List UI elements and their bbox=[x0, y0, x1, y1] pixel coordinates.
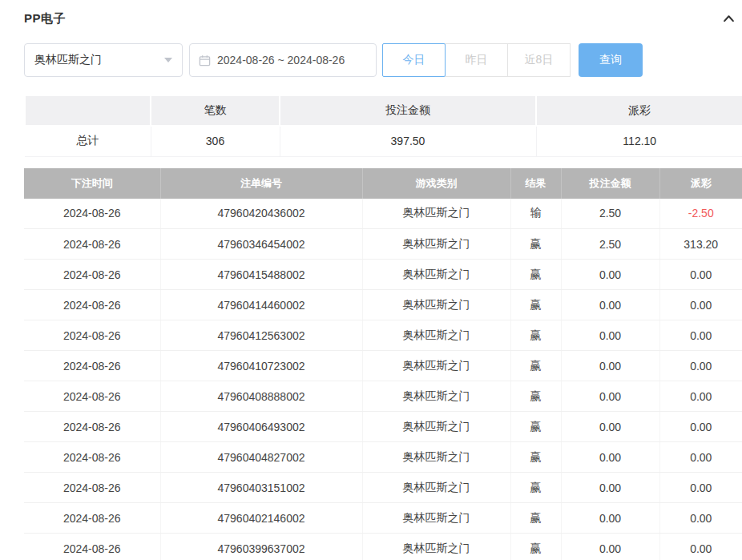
yesterday-button[interactable]: 昨日 bbox=[445, 43, 508, 77]
col-header-game-category: 游戏类别 bbox=[362, 168, 510, 199]
bet-time: 2024-08-26 bbox=[24, 320, 160, 351]
result: 赢 bbox=[510, 534, 561, 560]
bet-id: 47960408888002 bbox=[160, 381, 362, 412]
bet-id: 47960346454002 bbox=[160, 229, 362, 260]
game-name: 奥林匹斯之门 bbox=[362, 534, 510, 560]
last-8-days-button[interactable]: 近8日 bbox=[507, 43, 571, 77]
bet-amount: 0.00 bbox=[561, 381, 659, 412]
query-button[interactable]: 查询 bbox=[579, 43, 643, 77]
payout: 0.00 bbox=[659, 320, 742, 351]
summary-header-count: 笔数 bbox=[151, 95, 280, 126]
bet-table: 下注时间 注单编号 游戏类别 结果 投注金额 派彩 2024-08-264796… bbox=[24, 168, 742, 560]
panel-title: PP电子 bbox=[24, 11, 66, 26]
table-row: 2024-08-2647960415488002奥林匹斯之门赢0.000.00 bbox=[24, 260, 742, 290]
table-row: 2024-08-2647960346454002奥林匹斯之门赢2.50313.2… bbox=[24, 229, 742, 260]
bet-id: 47960402146002 bbox=[160, 503, 362, 534]
bet-amount: 0.00 bbox=[561, 473, 659, 503]
game-name: 奥林匹斯之门 bbox=[362, 260, 510, 290]
pp-dianzi-panel: PP电子 奥林匹斯之门 bbox=[0, 0, 742, 560]
game-name: 奥林匹斯之门 bbox=[362, 473, 510, 503]
bet-table-body: 2024-08-2647960420436002奥林匹斯之门输2.50-2.50… bbox=[24, 199, 742, 560]
table-row: 2024-08-2647960404827002奥林匹斯之门赢0.000.00 bbox=[24, 442, 742, 473]
payout: 0.00 bbox=[659, 290, 742, 320]
bet-amount: 2.50 bbox=[561, 229, 659, 260]
bet-id: 47960414460002 bbox=[160, 290, 362, 320]
caret-down-icon bbox=[164, 58, 172, 62]
bet-amount: 0.00 bbox=[561, 412, 659, 442]
result: 赢 bbox=[510, 351, 561, 381]
bet-amount: 0.00 bbox=[561, 503, 659, 534]
game-name: 奥林匹斯之门 bbox=[362, 199, 510, 229]
date-range-value: 2024-08-26 ~ 2024-08-26 bbox=[217, 54, 345, 66]
col-header-result: 结果 bbox=[510, 168, 561, 199]
result: 输 bbox=[510, 199, 561, 229]
col-header-payout: 派彩 bbox=[659, 168, 742, 199]
game-name: 奥林匹斯之门 bbox=[362, 229, 510, 260]
collapse-chevron-up-icon[interactable] bbox=[722, 12, 736, 26]
payout: 0.00 bbox=[659, 260, 742, 290]
bet-time: 2024-08-26 bbox=[24, 351, 160, 381]
payout: 0.00 bbox=[659, 442, 742, 473]
table-row: 2024-08-2647960414460002奥林匹斯之门赢0.000.00 bbox=[24, 290, 742, 320]
result: 赢 bbox=[510, 503, 561, 534]
bet-id: 47960412563002 bbox=[160, 320, 362, 351]
bet-amount: 2.50 bbox=[561, 199, 659, 229]
result: 赢 bbox=[510, 260, 561, 290]
game-name: 奥林匹斯之门 bbox=[362, 503, 510, 534]
payout: 0.00 bbox=[659, 473, 742, 503]
game-name: 奥林匹斯之门 bbox=[362, 351, 510, 381]
calendar-icon bbox=[199, 54, 211, 66]
bet-time: 2024-08-26 bbox=[24, 290, 160, 320]
bet-id: 47960403151002 bbox=[160, 473, 362, 503]
payout: 0.00 bbox=[659, 534, 742, 560]
payout: 313.20 bbox=[659, 229, 742, 260]
bet-amount: 0.00 bbox=[561, 260, 659, 290]
game-name: 奥林匹斯之门 bbox=[362, 290, 510, 320]
col-header-bet-time: 下注时间 bbox=[24, 168, 160, 199]
bet-amount: 0.00 bbox=[561, 290, 659, 320]
table-row: 2024-08-2647960410723002奥林匹斯之门赢0.000.00 bbox=[24, 351, 742, 381]
payout: 0.00 bbox=[659, 412, 742, 442]
bet-time: 2024-08-26 bbox=[24, 412, 160, 442]
payout: 0.00 bbox=[659, 351, 742, 381]
payout: 0.00 bbox=[659, 381, 742, 412]
result: 赢 bbox=[510, 320, 561, 351]
bet-time: 2024-08-26 bbox=[24, 381, 160, 412]
bet-amount: 0.00 bbox=[561, 442, 659, 473]
summary-total-count: 306 bbox=[151, 126, 280, 156]
bet-id: 47960404827002 bbox=[160, 442, 362, 473]
table-row: 2024-08-2647960412563002奥林匹斯之门赢0.000.00 bbox=[24, 320, 742, 351]
table-row: 2024-08-2647960406493002奥林匹斯之门赢0.000.00 bbox=[24, 412, 742, 442]
col-header-bet-amount: 投注金额 bbox=[561, 168, 659, 199]
game-name: 奥林匹斯之门 bbox=[362, 442, 510, 473]
bet-id: 47960410723002 bbox=[160, 351, 362, 381]
payout: 0.00 bbox=[659, 503, 742, 534]
date-range-input[interactable]: 2024-08-26 ~ 2024-08-26 bbox=[189, 43, 377, 77]
bet-time: 2024-08-26 bbox=[24, 534, 160, 560]
bet-time: 2024-08-26 bbox=[24, 199, 160, 229]
bet-amount: 0.00 bbox=[561, 351, 659, 381]
bet-time: 2024-08-26 bbox=[24, 260, 160, 290]
filter-row: 奥林匹斯之门 2024-08-26 ~ 2024-08-26 今日 昨日 bbox=[24, 43, 742, 77]
game-name: 奥林匹斯之门 bbox=[362, 412, 510, 442]
table-row: 2024-08-2647960408888002奥林匹斯之门赢0.000.00 bbox=[24, 381, 742, 412]
bet-id: 47960406493002 bbox=[160, 412, 362, 442]
game-select[interactable]: 奥林匹斯之门 bbox=[24, 43, 183, 77]
bet-time: 2024-08-26 bbox=[24, 473, 160, 503]
result: 赢 bbox=[510, 412, 561, 442]
summary-total-label: 总计 bbox=[25, 126, 151, 156]
game-name: 奥林匹斯之门 bbox=[362, 320, 510, 351]
table-row: 2024-08-2647960399637002奥林匹斯之门赢0.000.00 bbox=[24, 534, 742, 560]
summary-table: 笔数 投注金额 派彩 总计 306 397.50 112.10 bbox=[24, 95, 742, 157]
result: 赢 bbox=[510, 442, 561, 473]
bet-table-header-row: 下注时间 注单编号 游戏类别 结果 投注金额 派彩 bbox=[24, 168, 742, 199]
payout: -2.50 bbox=[659, 199, 742, 229]
bet-amount: 0.00 bbox=[561, 320, 659, 351]
today-button[interactable]: 今日 bbox=[382, 43, 446, 77]
game-name: 奥林匹斯之门 bbox=[362, 381, 510, 412]
bet-time: 2024-08-26 bbox=[24, 442, 160, 473]
summary-total-bet-amount: 397.50 bbox=[280, 126, 536, 156]
result: 赢 bbox=[510, 473, 561, 503]
col-header-bet-id: 注单编号 bbox=[160, 168, 362, 199]
result: 赢 bbox=[510, 381, 561, 412]
